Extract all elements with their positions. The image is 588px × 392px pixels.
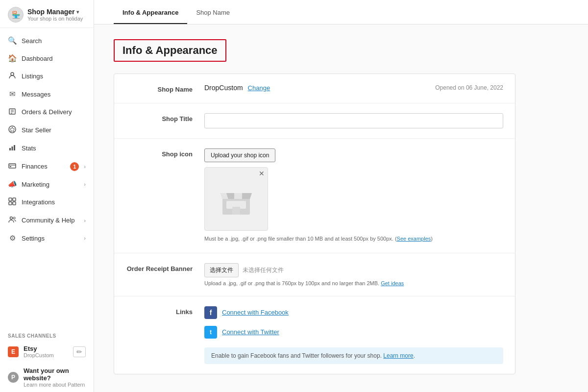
pattern-channel-sub: Learn more about Pattern bbox=[24, 382, 86, 388]
sidebar-item-dashboard[interactable]: 🏠 Dashboard bbox=[0, 49, 94, 67]
shop-name-value: DropCustom bbox=[204, 84, 243, 92]
twitter-row: t Connect with Twitter bbox=[204, 326, 503, 339]
svg-point-0 bbox=[11, 73, 14, 75]
svg-rect-9 bbox=[14, 145, 15, 150]
stats-icon bbox=[8, 144, 17, 153]
etsy-edit-button[interactable]: ✏ bbox=[73, 346, 86, 357]
icon-preview: ✕ bbox=[204, 167, 268, 231]
shop-manager-title[interactable]: Shop Manager ▾ bbox=[27, 8, 86, 16]
marketing-chevron: › bbox=[84, 181, 86, 187]
facebook-icon: f bbox=[204, 306, 217, 319]
sidebar-item-search[interactable]: 🔍 Search bbox=[0, 32, 94, 49]
social-info-text: Enable to gain Facebook fans and Twitter… bbox=[211, 352, 382, 359]
order-receipt-label: Order Receipt Banner bbox=[126, 263, 204, 272]
finances-badge: 1 bbox=[70, 162, 79, 171]
order-receipt-control: 选择文件 未选择任何文件 Upload a .jpg, .gif or .png… bbox=[204, 263, 503, 286]
shop-status: Your shop is on holiday bbox=[27, 16, 86, 22]
twitter-icon: t bbox=[204, 326, 217, 339]
svg-marker-6 bbox=[10, 127, 15, 132]
integrations-icon bbox=[8, 197, 17, 207]
etsy-channel-text: Etsy DropCustom bbox=[24, 345, 68, 358]
orders-icon bbox=[8, 107, 17, 117]
svg-rect-10 bbox=[9, 164, 16, 168]
sidebar-item-marketing[interactable]: 📣 Marketing › bbox=[0, 175, 94, 193]
channel-pattern[interactable]: P Want your own website? Learn more abou… bbox=[0, 363, 94, 392]
links-label: Links bbox=[126, 306, 204, 316]
file-choose-button[interactable]: 选择文件 bbox=[204, 263, 239, 277]
icon-help-text: Must be a .jpg, .gif or .png file smalle… bbox=[204, 235, 503, 243]
sidebar-item-label: Star Seller bbox=[22, 126, 86, 134]
shop-name-row: Shop Name DropCustom Change Opened on 06… bbox=[114, 74, 515, 103]
facebook-link[interactable]: Connect with Facebook bbox=[222, 309, 289, 316]
svg-point-17 bbox=[10, 217, 13, 220]
links-section: f Connect with Facebook t Connect with T… bbox=[204, 306, 503, 364]
svg-rect-13 bbox=[9, 198, 12, 201]
sidebar-item-orders[interactable]: Orders & Delivery bbox=[0, 103, 94, 121]
sidebar-item-finances[interactable]: Finances 1 › bbox=[0, 157, 94, 175]
sidebar-item-listings[interactable]: Listings bbox=[0, 67, 94, 85]
svg-rect-8 bbox=[12, 147, 13, 150]
shop-icon-control: Upload your shop icon ✕ bbox=[204, 148, 503, 243]
twitter-link[interactable]: Connect with Twitter bbox=[222, 328, 279, 336]
pattern-channel-name: Want your own website? bbox=[24, 367, 86, 382]
sidebar-item-label: Stats bbox=[22, 145, 86, 152]
etsy-channel-name: Etsy bbox=[24, 345, 68, 352]
svg-rect-15 bbox=[9, 202, 12, 205]
sidebar-nav: 🔍 Search 🏠 Dashboard Listings ✉ Messages bbox=[0, 28, 94, 328]
icon-preview-close[interactable]: ✕ bbox=[259, 170, 265, 177]
facebook-row: f Connect with Facebook bbox=[204, 306, 503, 319]
get-ideas-link[interactable]: Get ideas bbox=[381, 280, 404, 286]
shop-title-label: Shop Title bbox=[126, 113, 204, 122]
sidebar-item-label: Listings bbox=[22, 73, 86, 80]
community-chevron: › bbox=[84, 218, 86, 223]
finances-icon bbox=[8, 162, 17, 171]
page-title-box: Info & Appearance bbox=[114, 39, 226, 62]
svg-rect-12 bbox=[10, 166, 11, 167]
sidebar-item-label: Finances bbox=[22, 163, 65, 170]
svg-point-18 bbox=[13, 217, 15, 219]
sidebar-item-stats[interactable]: Stats bbox=[0, 139, 94, 157]
sidebar-item-star-seller[interactable]: Star Seller bbox=[0, 121, 94, 139]
shop-title-input[interactable] bbox=[204, 113, 503, 128]
form-card: Shop Name DropCustom Change Opened on 06… bbox=[114, 74, 515, 374]
listings-icon bbox=[8, 72, 17, 81]
sidebar-item-community[interactable]: Community & Help › bbox=[0, 211, 94, 229]
sidebar-item-label: Marketing bbox=[22, 181, 79, 188]
sidebar-item-label: Dashboard bbox=[22, 55, 86, 62]
svg-rect-14 bbox=[13, 198, 16, 201]
upload-icon-button[interactable]: Upload your shop icon bbox=[204, 148, 275, 162]
sidebar-item-settings[interactable]: ⚙ Settings › bbox=[0, 229, 94, 247]
shop-icon-row: Shop icon Upload your shop icon ✕ bbox=[114, 139, 515, 253]
page-title: Info & Appearance bbox=[122, 44, 218, 57]
shop-avatar: 🏪 bbox=[8, 7, 24, 23]
tab-info-appearance[interactable]: Info & Appearance bbox=[114, 2, 187, 24]
sidebar-item-label: Community & Help bbox=[22, 217, 79, 224]
sidebar-header: 🏪 Shop Manager ▾ Your shop is on holiday bbox=[0, 0, 94, 28]
shop-name-change-link[interactable]: Change bbox=[248, 84, 270, 92]
sidebar-item-messages[interactable]: ✉ Messages bbox=[0, 85, 94, 103]
settings-icon: ⚙ bbox=[8, 234, 17, 243]
svg-rect-16 bbox=[13, 202, 16, 205]
channel-etsy[interactable]: E Etsy DropCustom ✏ bbox=[0, 341, 94, 363]
settings-chevron: › bbox=[84, 235, 86, 241]
search-icon: 🔍 bbox=[8, 36, 17, 45]
banner-help-text: Upload a .jpg, .gif or .png that is 760p… bbox=[204, 280, 503, 286]
order-receipt-row: Order Receipt Banner 选择文件 未选择任何文件 Upload… bbox=[114, 253, 515, 296]
top-tabs: Info & Appearance Shop Name bbox=[94, 0, 588, 24]
svg-rect-21 bbox=[232, 207, 240, 215]
sidebar-item-integrations[interactable]: Integrations bbox=[0, 193, 94, 211]
shop-icon-label: Shop icon bbox=[126, 148, 204, 158]
sidebar: 🏪 Shop Manager ▾ Your shop is on holiday… bbox=[0, 0, 94, 392]
sidebar-item-label: Integrations bbox=[22, 198, 86, 206]
etsy-channel-sub: DropCustom bbox=[24, 352, 68, 358]
see-examples-link[interactable]: See examples bbox=[397, 236, 431, 242]
sidebar-item-label: Orders & Delivery bbox=[22, 108, 86, 116]
sales-channels-title: SALES CHANNELS bbox=[0, 328, 94, 341]
finances-chevron: › bbox=[84, 164, 86, 170]
shop-name-label: Shop Name bbox=[126, 84, 204, 93]
tab-shop-name[interactable]: Shop Name bbox=[187, 2, 239, 24]
page-content: Info & Appearance Shop Name DropCustom C… bbox=[94, 24, 535, 389]
learn-more-link[interactable]: Learn more bbox=[383, 352, 413, 359]
shop-title-control bbox=[204, 113, 503, 128]
sidebar-header-text: Shop Manager ▾ Your shop is on holiday bbox=[27, 8, 86, 22]
